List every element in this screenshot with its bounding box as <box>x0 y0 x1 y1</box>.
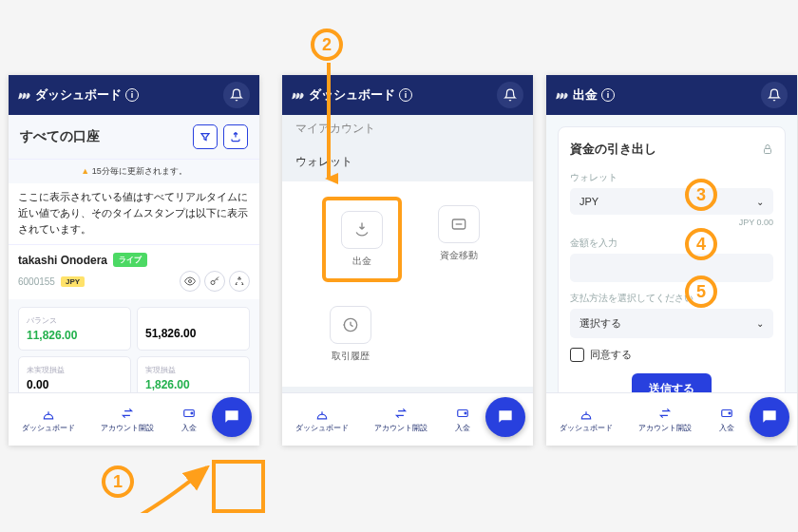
nav-deposit[interactable]: 入金 <box>453 406 472 433</box>
notifications-button[interactable] <box>223 82 250 108</box>
phone1-body: すべての口座 ▲ 15分毎に更新されます。 ここに表示されている値はすべてリアル… <box>9 115 259 392</box>
update-note: ▲ 15分毎に更新されます。 <box>9 160 259 183</box>
unrealized-value: 0.00 <box>27 378 123 391</box>
nav-open-account[interactable]: アカウント開設 <box>638 406 692 433</box>
brand-logo: ◗◗◗ <box>18 91 29 100</box>
all-accounts-label: すべての口座 <box>20 128 100 145</box>
svg-point-1 <box>211 281 215 285</box>
tile-transfer[interactable]: 資金移動 <box>425 197 493 271</box>
phone2-body: マイアカウント ウォレット 出金 資金移動 <box>282 115 533 392</box>
info-icon[interactable]: i <box>125 88 139 102</box>
phone-panel-1: ◗◗◗ ダッシュボード i すべての口座 ▲ 15分毎に更新されます。 ここに表… <box>9 75 259 446</box>
tile-history[interactable]: 取引履歴 <box>316 297 385 371</box>
key-icon[interactable] <box>204 271 225 292</box>
wallet-select[interactable]: JPY ⌄ <box>570 188 773 215</box>
filter-button[interactable] <box>193 124 218 149</box>
live-badge: ライブ <box>113 253 147 267</box>
callout-1: 1 <box>102 466 134 498</box>
svg-point-10 <box>729 412 731 414</box>
view-icon[interactable] <box>180 271 200 292</box>
chat-fab[interactable] <box>212 397 252 437</box>
amount-input[interactable] <box>570 254 773 282</box>
equity-label <box>145 315 241 324</box>
bottom-nav: ダッシュボード アカウント開設 入金 もっと <box>282 392 533 446</box>
gauge-icon <box>39 406 58 421</box>
nav-deposit[interactable]: 入金 <box>180 406 199 433</box>
appbar: ◗◗◗ ダッシュボード i <box>9 75 259 115</box>
wallet-label: ウォレット <box>570 171 773 184</box>
history-icon <box>330 306 371 344</box>
chat-fab[interactable] <box>485 397 525 437</box>
currency-badge: JPY <box>61 276 85 287</box>
highlight-more <box>212 460 265 513</box>
nav-open-account[interactable]: アカウント開設 <box>101 406 154 433</box>
brand-logo: ◗◗◗ <box>556 91 567 100</box>
svg-point-7 <box>465 412 466 414</box>
chat-fab[interactable] <box>750 397 789 437</box>
nav-deposit[interactable]: 入金 <box>717 406 736 433</box>
nav-deposit-label: 入金 <box>181 423 197 433</box>
swap-icon <box>118 406 137 421</box>
appbar-title: ダッシュボード <box>309 86 395 104</box>
section-myaccount: マイアカウント <box>282 115 533 142</box>
method-label: 支払方法を選択してください <box>570 292 773 305</box>
nav-open-account-label: アカウント開設 <box>101 423 154 433</box>
balance-value: 11,826.00 <box>27 329 123 342</box>
appbar: ◗◗◗ 出金 i <box>546 75 797 115</box>
warning-icon: ▲ <box>81 166 89 176</box>
appbar-title: ダッシュボード <box>35 86 122 104</box>
recycle-icon[interactable] <box>229 271 250 292</box>
info-icon[interactable]: i <box>601 88 615 102</box>
nav-dashboard-label: ダッシュボード <box>22 423 75 433</box>
account-block: takashi Onodera ライブ 6000155 JPY <box>9 244 259 299</box>
svg-rect-8 <box>765 149 771 154</box>
highlight-withdraw: 出金 <box>322 197 402 282</box>
svg-point-3 <box>191 412 193 414</box>
realized-card: 実現損益 1,826.00 <box>137 356 250 392</box>
notifications-button[interactable] <box>761 82 788 108</box>
nav-dashboard[interactable]: ダッシュボード <box>22 406 75 433</box>
wallet-select-value: JPY <box>580 196 598 207</box>
nav-dashboard[interactable]: ダッシュボード <box>560 406 613 433</box>
account-name: takashi Onodera <box>18 254 107 267</box>
equity-card: 51,826.00 <box>137 307 250 351</box>
submit-button[interactable]: 送信する <box>632 373 712 392</box>
realtime-desc: ここに表示されている値はすべてリアルタイムに近い値であり、そのタイムスタンプは以… <box>9 183 259 244</box>
balance-card: バランス 11,826.00 <box>18 307 131 351</box>
withdraw-icon <box>341 211 383 249</box>
withdraw-title: 資金の引き出し <box>570 141 656 158</box>
brand-logo: ◗◗◗ <box>292 91 303 100</box>
appbar-title: 出金 <box>573 86 598 104</box>
account-id: 6000155 <box>18 276 55 287</box>
chevron-down-icon: ⌄ <box>756 318 764 329</box>
nav-open-account[interactable]: アカウント開設 <box>374 406 428 433</box>
method-select[interactable]: 選択する ⌄ <box>570 309 773 338</box>
agree-checkbox[interactable] <box>570 348 584 362</box>
method-select-value: 選択する <box>580 316 621 331</box>
wallet-balance: JPY 0.00 <box>570 218 773 227</box>
unrealized-card: 未実現損益 0.00 <box>18 356 131 392</box>
lock-icon <box>762 143 773 155</box>
arrow-1 <box>131 466 217 513</box>
phone3-body: 資金の引き出し ウォレット JPY ⌄ JPY 0.00 金額を入力 支払方法を… <box>546 115 797 392</box>
transfer-icon <box>438 205 480 243</box>
section-wallet: ウォレット <box>282 142 533 181</box>
chevron-down-icon: ⌄ <box>756 197 764 207</box>
phone-panel-2: ◗◗◗ ダッシュボード i マイアカウント ウォレット 出金 <box>282 75 533 446</box>
nav-dashboard[interactable]: ダッシュボード <box>295 406 349 433</box>
metrics-grid: バランス 11,826.00 51,826.00 未実現損益 0.00 実現損益… <box>9 299 259 392</box>
phone-panel-3: ◗◗◗ 出金 i 資金の引き出し ウォレット JPY ⌄ JPY 0.00 <box>546 75 797 446</box>
realized-value: 1,826.00 <box>145 378 241 391</box>
all-accounts-header: すべての口座 <box>9 115 259 160</box>
agree-row[interactable]: 同意する <box>570 348 773 362</box>
unrealized-label: 未実現損益 <box>27 365 123 375</box>
update-note-text: 15分毎に更新されます。 <box>92 166 187 176</box>
withdraw-card: 資金の引き出し ウォレット JPY ⌄ JPY 0.00 金額を入力 支払方法を… <box>558 126 786 392</box>
callout-2: 2 <box>311 28 343 61</box>
tile-withdraw[interactable]: 出金 <box>328 202 396 276</box>
tile-history-label: 取引履歴 <box>332 350 370 363</box>
svg-point-0 <box>189 280 192 283</box>
info-icon[interactable]: i <box>399 88 412 102</box>
notifications-button[interactable] <box>497 82 523 108</box>
export-button[interactable] <box>223 124 248 149</box>
